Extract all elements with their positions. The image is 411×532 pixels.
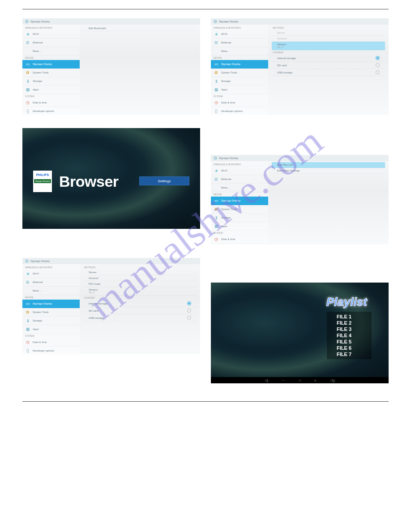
sidebar-item-dev[interactable]: {}Developer options [211,107,268,115]
gear-icon [25,20,29,23]
main-item-bookmark[interactable]: Edit Bookmark [83,26,197,31]
settings-sidebar: WIRELESS & NETWORKS ◈Wi-Fi ⊞Ethernet Mor… [211,161,268,245]
radio-icon[interactable] [376,56,380,60]
sidebar-item-more[interactable]: More... [22,287,80,295]
main-item-server[interactable]: Server [83,270,197,275]
sidebar-item-more[interactable]: More... [211,47,268,56]
sidebar-item-ethernet[interactable]: ⊞Ethernet [211,39,268,47]
sidebar-item-signage[interactable]: ▭Signage Display [211,197,268,205]
sidebar-item-dev[interactable]: {}Developer options [211,244,268,245]
radio-icon[interactable] [376,63,380,67]
main-item-internal[interactable]: Internal storage [272,55,385,62]
sidebar-item-tools[interactable]: ✿System Tools [22,69,80,77]
sidebar-item-date[interactable]: ◷Date & time [211,235,268,244]
playlist-item[interactable]: FILE 5 [327,339,372,345]
header-title: Signage Display [30,260,50,262]
sidebar-item-more[interactable]: More... [211,184,268,192]
sidebar-item-storage[interactable]: ▮Storage [211,77,268,86]
settings-main: SETTINGS Server Account PIN Code Version… [80,264,200,354]
sidebar-item-wifi[interactable]: ◈Wi-Fi [211,167,268,175]
gear-icon [214,20,217,23]
sidebar-item-dev[interactable]: {}Developer options [22,107,80,115]
main-item-sd[interactable]: SD card [83,307,197,314]
sidebar-item-ethernet[interactable]: ⊞Ethernet [22,278,80,287]
tools-icon: ✿ [25,70,30,75]
header-title: Signage Display [219,157,238,159]
section-wireless: WIRELESS & NETWORKS [22,265,80,270]
svg-point-5 [215,158,216,159]
apps-icon: ▦ [25,87,30,92]
settings-main: Edit Play List Edit Effect Settings [268,161,389,245]
sidebar-item-date[interactable]: ◷Date & time [22,338,80,347]
sidebar-item-more[interactable]: More... [22,47,80,56]
settings-sidebar: WIRELESS & NETWORKS ◈Wi-Fi ⊞Ethernet Mor… [22,264,80,354]
section-wireless: WIRELESS & NETWORKS [22,26,80,30]
sidebar-item-signage[interactable]: ▭Signage Display [22,300,80,308]
display-icon: ▭ [214,61,219,67]
radio-icon[interactable] [187,309,191,313]
main-item-internal[interactable]: Internal storage [83,300,197,307]
playlist-item[interactable]: FILE 3 [327,326,372,332]
sidebar-item-apps[interactable]: ▦Apps [22,86,80,94]
sidebar-item-apps[interactable]: ▦Apps [211,86,268,94]
playlist-item[interactable]: FILE 1 [327,313,372,320]
sidebar-item-tools[interactable]: ✿System Tools [22,308,80,317]
svg-point-7 [26,261,27,262]
sidebar-item-signage[interactable]: ▭Signage Display [211,60,268,69]
section-content: CONTENT [272,50,385,55]
main-item-sd[interactable]: SD card [272,62,385,69]
settings-button[interactable]: Settings [139,176,189,185]
main-item-account[interactable]: Account [83,275,197,281]
section-system: SYSTEM [22,94,80,99]
main-item-edit-effect[interactable]: Edit Effect Settings [272,168,385,174]
apps-icon: ▦ [214,223,219,229]
radio-icon[interactable] [187,301,191,305]
section-settings: SETTINGS [272,26,385,30]
sidebar-item-wifi[interactable]: ◈Wi-Fi [22,270,80,278]
sidebar-item-wifi[interactable]: ◈Wi-Fi [211,30,268,39]
sidebar-item-storage[interactable]: ▮Storage [22,77,80,86]
volume-up-icon[interactable]: ◁)) [330,378,335,382]
radio-icon[interactable] [187,316,191,320]
header-title: Signage Display [219,20,238,23]
sidebar-item-ethernet[interactable]: ⊞Ethernet [211,175,268,184]
back-icon[interactable]: ← [282,378,285,382]
volume-down-icon[interactable]: ◁) [265,378,269,382]
section-device: DEVICE [22,295,80,300]
main-item-pin[interactable]: PIN Code [83,281,197,287]
sidebar-item-storage[interactable]: ▮Storage [211,214,268,222]
sidebar-item-dev[interactable]: {}Developer options [22,347,80,354]
sidebar-item-date[interactable]: ◷Date & time [22,99,80,107]
sidebar-item-signage[interactable]: ▭Signage Display [22,60,80,69]
sidebar-item-apps[interactable]: ▦Apps [22,325,80,334]
sidebar-item-tools[interactable]: ✿System Tools [211,69,268,77]
sidebar-item-storage[interactable]: ▮Storage [22,317,80,325]
ethernet-icon: ⊞ [25,279,30,285]
main-item-usb[interactable]: USB storage [83,314,197,322]
playlist-item[interactable]: FILE 4 [327,332,372,339]
playlist-item[interactable]: FILE 2 [327,320,372,326]
sidebar-item-ethernet[interactable]: ⊞Ethernet [22,39,80,47]
sidebar-item-tools[interactable]: ✿System Tools [211,205,268,214]
settings-sidebar: WIRELESS & NETWORKS ◈Wi-Fi ⊞Ethernet Mor… [22,25,80,115]
screenshot-browser: PHILIPS Signage Solutions Browser Settin… [22,128,200,229]
main-item-usb[interactable]: USB storage [272,69,385,76]
sidebar-item-date[interactable]: ◷Date & time [211,99,268,107]
playlist-item[interactable]: FILE 6 [327,345,372,351]
display-icon: ▭ [25,61,30,67]
main-item-version[interactable]: VersionVer. 3 [83,287,197,296]
tools-icon: ✿ [25,309,30,315]
home-icon[interactable]: ⌂ [299,378,301,382]
gear-icon [25,259,29,263]
brand-text: PHILIPS [36,173,49,176]
sidebar-item-apps[interactable]: ▦Apps [211,222,268,231]
sidebar-item-wifi[interactable]: ◈Wi-Fi [22,30,80,39]
section-system: SYSTEM [22,334,80,338]
section-settings: SETTINGS [83,265,197,270]
radio-icon[interactable] [376,70,380,74]
recent-icon[interactable]: ⎌ [314,378,317,382]
settings-main: Edit Bookmark [80,25,200,115]
main-item-version[interactable]: VersionVer. 3 [272,42,385,50]
playlist-item[interactable]: FILE 7 [327,351,372,357]
main-item-edit-playlist[interactable]: Edit Play List [272,162,385,168]
